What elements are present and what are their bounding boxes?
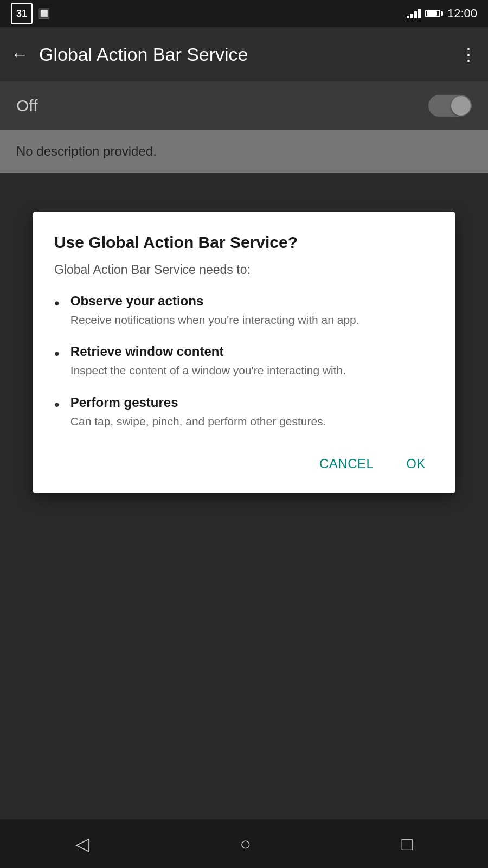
app-bar: ← Global Action Bar Service ⋮ xyxy=(0,27,488,81)
signal-icon xyxy=(407,9,421,18)
permission-item-gestures: • Perform gestures Can tap, swipe, pinch… xyxy=(54,395,434,429)
service-toggle[interactable] xyxy=(428,95,472,117)
calendar-day: 31 xyxy=(16,9,27,18)
back-button[interactable]: ← xyxy=(11,44,28,65)
nav-bar: ◁ ○ □ xyxy=(0,819,488,868)
app-bar-title: Global Action Bar Service xyxy=(39,44,460,65)
status-bar: 31 🔲 12:00 xyxy=(0,0,488,27)
permission-content-2: Retrieve window content Inspect the cont… xyxy=(70,344,434,378)
cancel-button[interactable]: CANCEL xyxy=(311,451,382,477)
toggle-label: Off xyxy=(16,97,37,115)
status-bar-right: 12:00 xyxy=(407,7,477,21)
permission-title-3: Perform gestures xyxy=(70,395,434,410)
permission-title-1: Observe your actions xyxy=(70,293,434,309)
permission-content-1: Observe your actions Receive notificatio… xyxy=(70,293,434,328)
dialog-title: Use Global Action Bar Service? xyxy=(54,233,434,252)
ok-button[interactable]: OK xyxy=(398,451,434,477)
bullet-icon-3: • xyxy=(54,396,60,413)
permission-dialog: Use Global Action Bar Service? Global Ac… xyxy=(33,212,455,493)
notification-icon: 🔲 xyxy=(38,8,50,20)
permission-item-observe: • Observe your actions Receive notificat… xyxy=(54,293,434,328)
dialog-buttons: CANCEL OK xyxy=(54,445,434,477)
permission-desc-3: Can tap, swipe, pinch, and perform other… xyxy=(70,413,434,429)
permission-title-2: Retrieve window content xyxy=(70,344,434,359)
permission-desc-1: Receive notifications when you're intera… xyxy=(70,312,434,328)
permission-content-3: Perform gestures Can tap, swipe, pinch, … xyxy=(70,395,434,429)
toggle-knob xyxy=(451,96,471,116)
calendar-icon: 31 xyxy=(11,3,33,24)
permission-item-retrieve: • Retrieve window content Inspect the co… xyxy=(54,344,434,378)
back-nav-button[interactable]: ◁ xyxy=(75,833,89,854)
battery-icon xyxy=(425,10,443,17)
status-bar-left: 31 🔲 xyxy=(11,3,50,24)
recents-nav-button[interactable]: □ xyxy=(402,833,413,854)
settings-toggle-area: Off xyxy=(0,81,488,130)
permission-desc-2: Inspect the content of a window you're i… xyxy=(70,362,434,378)
dialog-subtitle: Global Action Bar Service needs to: xyxy=(54,263,434,277)
bullet-icon-2: • xyxy=(54,345,60,362)
bullet-icon-1: • xyxy=(54,295,60,312)
status-time: 12:00 xyxy=(447,7,477,21)
more-options-button[interactable]: ⋮ xyxy=(460,44,477,65)
home-nav-button[interactable]: ○ xyxy=(240,833,251,854)
